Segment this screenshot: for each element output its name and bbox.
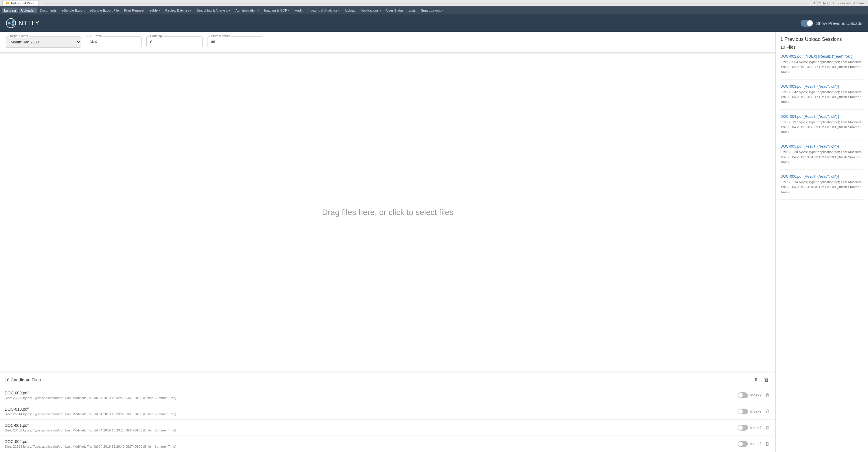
nav-label-ebundle-export-file: eBundle Export File [90, 9, 119, 12]
chevron-down-icon: ▾ [257, 9, 259, 12]
nav-label-searching: Searching & Analysis [197, 9, 228, 12]
target-folder-select[interactable]: Month: Jan 2000 [6, 36, 81, 48]
prev-file-meta: Size: 26197 bytes; Type: application/pdf… [780, 120, 863, 135]
nav-item-edme[interactable]: edMe ▾ [147, 7, 162, 13]
nav-label-documents: Documents [40, 9, 57, 12]
index-toggle-knob [738, 425, 743, 430]
nav-label-administration: Administration [236, 9, 257, 12]
file-name: DOC-010.pdf [5, 407, 176, 412]
list-item: DOC-009.pdf Size: 26589 bytes; Type: app… [0, 387, 775, 403]
prev-file-name[interactable]: DOC-005.pdf [Result: {"read":"ok"}] [780, 144, 863, 148]
logo-icon [6, 18, 16, 28]
file-info: DOC-009.pdf Size: 26589 bytes; Type: app… [5, 391, 176, 400]
file-name: DOC-002.pdf [5, 439, 176, 444]
nav-item-applications[interactable]: Applications ▾ [359, 7, 383, 13]
right-panel: 1 Previous Upload Sessions 10 Files DOC-… [775, 32, 868, 452]
address-bar[interactable] [45, 3, 809, 4]
prev-file-name[interactable]: DOC-006.pdf [Result: {"read":"ok"}] [780, 174, 863, 179]
drop-zone-text: Drag files here, or click to select file… [322, 208, 454, 217]
nav-label-landing: Landing [4, 9, 16, 12]
nav-item-landing[interactable]: Landing [2, 7, 18, 13]
file-name: DOC-009.pdf [5, 391, 176, 395]
prev-file-name[interactable]: DOC-004.pdf [Result: {"read":"ok"}] [780, 114, 863, 119]
prev-file-item-2: DOC-004.pdf [Result: {"read":"ok"}] Size… [780, 114, 863, 140]
nav-item-searching[interactable]: Searching & Analysis ▾ [194, 7, 232, 13]
prev-file-meta: Size: 23342 bytes; Type: application/pdf… [780, 90, 863, 105]
nav-item-indexing[interactable]: Indexing & Analytics ▾ [305, 7, 342, 13]
file-meta: Size: 23456 bytes; Type: application/pdf… [5, 428, 176, 432]
file-actions: Index? 🗑 [738, 408, 771, 415]
index-toggle-1[interactable] [738, 409, 748, 414]
start-number-input[interactable] [207, 36, 263, 47]
nav-label-lists: Lists [409, 9, 416, 12]
user-label: Hi: Stuart [852, 1, 866, 5]
nav-label-uploader: Uploader [21, 9, 35, 12]
file-info: DOC-001.pdf Size: 23456 bytes; Type: app… [5, 423, 176, 432]
chevron-down-icon: ▾ [441, 9, 443, 12]
id-prefix-label: ID Prefix [89, 34, 102, 38]
delete-file-button-1[interactable]: 🗑 [764, 408, 771, 415]
id-prefix-input[interactable] [86, 36, 142, 47]
delete-all-button[interactable]: 🗑 [762, 376, 771, 384]
main-content: Target Folder Month: Jan 2000 ID Prefix … [0, 32, 868, 452]
list-item: DOC-001.pdf Size: 23456 bytes; Type: app… [0, 420, 775, 436]
browser-tab[interactable]: 10 Entity Trial Demo [2, 1, 38, 5]
svg-line-4 [10, 22, 11, 24]
prev-file-item-3: DOC-005.pdf [Result: {"read":"ok"}] Size… [780, 144, 863, 170]
files-count: 10 Files [780, 44, 863, 50]
file-actions: Index? 🗑 [738, 424, 771, 431]
chevron-down-icon: ▾ [380, 9, 381, 12]
logo: NTITY [6, 18, 40, 28]
padding-input[interactable] [146, 36, 203, 47]
nav-item-audit[interactable]: Audit [292, 7, 305, 13]
nav-item-review-batches[interactable]: Review Batches ▾ [163, 7, 193, 13]
nav-item-ebundle-export-file[interactable]: eBundle Export File [87, 7, 121, 13]
nav-label-imaging: Imaging & OCR [264, 9, 288, 12]
toggle-knob [807, 20, 813, 26]
nav-item-ebundle-export[interactable]: eBundle Export [60, 7, 87, 13]
index-toggle-0[interactable] [738, 392, 748, 398]
delete-file-button-0[interactable]: 🗑 [764, 392, 771, 398]
upload-all-button[interactable]: ⬆ [752, 376, 760, 384]
nav-item-print-request[interactable]: Print Request [122, 7, 147, 13]
index-toggle-2[interactable] [738, 425, 748, 430]
chevron-down-icon: ▾ [338, 9, 340, 12]
prev-file-name[interactable]: DOC-002.pdf [INDEX] [Result: {"read":"ok… [780, 54, 863, 58]
nav-label-edme: edMe [149, 9, 158, 12]
prev-file-meta: Size: 22953 bytes; Type: application/pdf… [780, 60, 863, 74]
browser-tab-label: Entity Trial Demo [11, 1, 35, 5]
favorites-label[interactable]: Favorites [838, 1, 850, 5]
nav-label-user-status: User Status [386, 9, 404, 12]
index-toggle-3[interactable] [738, 441, 748, 447]
nav-item-upload[interactable]: Upload [343, 7, 358, 13]
file-meta: Size: 22953 bytes; Type: application/pdf… [5, 445, 176, 448]
chevron-down-icon: ▾ [190, 9, 191, 12]
nav-item-administration[interactable]: Administration ▾ [233, 7, 261, 13]
delete-file-button-3[interactable]: 🗑 [764, 441, 771, 447]
nav-item-lists[interactable]: Lists [406, 7, 418, 13]
nav-label-indexing: Indexing & Analytics [308, 9, 337, 12]
nav-label-review-batches: Review Batches [165, 9, 189, 12]
padding-label: Padding [149, 34, 163, 38]
drop-zone[interactable]: Drag files here, or click to select file… [0, 54, 775, 371]
file-name: DOC-001.pdf [5, 423, 176, 428]
nav-item-user-status[interactable]: User Status [384, 7, 406, 13]
upload-area: Target Folder Month: Jan 2000 ID Prefix … [0, 32, 775, 452]
nav-item-documents[interactable]: Documents [38, 7, 59, 13]
index-toggle-knob [738, 393, 743, 398]
chevron-down-icon: ▾ [159, 9, 160, 12]
show-previous-uploads-toggle[interactable] [801, 20, 813, 27]
nav-label-smart-layout: Smart Layout [421, 9, 441, 12]
start-number-label: Start Number [210, 34, 230, 38]
prev-file-meta: Size: 26234 bytes; Type: application/pdf… [780, 180, 863, 195]
logo-text: NTITY [19, 20, 40, 27]
nav-item-smart-layout[interactable]: Smart Layout ▾ [418, 7, 445, 13]
nav-item-imaging[interactable]: Imaging & OCR ▾ [262, 7, 292, 13]
prev-file-name[interactable]: DOC-003.pdf [Result: {"read":"ok"}] [780, 84, 863, 89]
header-actions: ⬆ 🗑 [752, 376, 771, 384]
index-label: Index? [750, 393, 762, 397]
prev-sessions-title: 1 Previous Upload Sessions [780, 36, 863, 42]
show-previous-uploads-container: Show Previous Uploads [801, 20, 862, 27]
delete-file-button-2[interactable]: 🗑 [764, 424, 771, 431]
nav-item-uploader[interactable]: Uploader [19, 7, 37, 13]
